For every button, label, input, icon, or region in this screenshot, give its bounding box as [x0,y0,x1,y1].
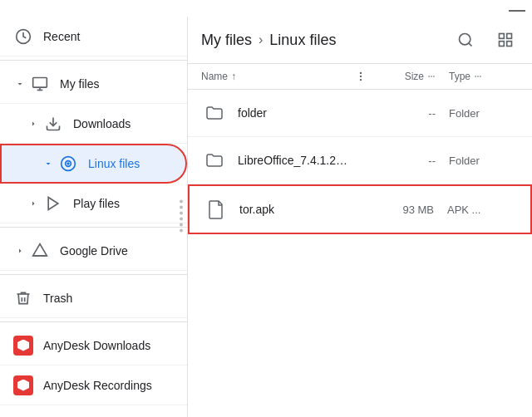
main-layout: Recent My files [0,17,532,417]
svg-point-20 [433,76,435,77]
anydesk-downloads-label: AnyDesk Downloads [43,339,150,352]
search-button[interactable] [452,27,479,53]
svg-rect-14 [507,42,512,47]
svg-rect-13 [500,42,505,47]
col-size-header[interactable]: Size [369,71,436,82]
svg-rect-11 [500,34,505,39]
apk-file-icon [203,196,229,223]
downloads-icon [43,114,63,134]
google-drive-label: Google Drive [60,244,128,258]
play-expand-icon[interactable] [27,197,40,210]
divider-4 [0,321,187,322]
linux-files-icon [58,154,78,174]
svg-marker-8 [48,197,58,209]
gdrive-expand-icon[interactable] [13,244,27,258]
folder-icon [201,147,228,174]
anydesk-recordings-label: AnyDesk Recordings [43,379,152,392]
svg-rect-12 [507,34,512,39]
sidebar: Recent My files [0,17,188,417]
sidebar-item-trash[interactable]: Trash [0,278,187,318]
sidebar-item-myfiles[interactable]: My files [0,64,187,104]
folder-icon [201,100,228,126]
myfiles-label: My files [60,77,99,91]
table-row[interactable]: tor.apk 93 MB APK ... [188,184,532,234]
sidebar-item-downloads[interactable]: Downloads [0,104,187,144]
breadcrumb-current[interactable]: Linux files [269,32,336,49]
col-size-label: Size [405,71,424,82]
view-toggle-button[interactable] [492,27,519,53]
file-size: -- [369,155,436,167]
col-type-label: Type [449,71,470,82]
file-name: LibreOffice_7.4.1.2_Linux_... [238,154,352,167]
content-area: My files › Linux files [188,17,532,417]
downloads-label: Downloads [73,117,131,130]
col-name-label: Name [201,71,228,82]
file-name: tor.apk [239,203,351,216]
top-bar [0,0,532,17]
file-type: APK ... [434,204,500,216]
col-type-header[interactable]: Type [436,71,502,82]
svg-point-22 [477,76,479,77]
myfiles-expand-icon[interactable] [13,77,27,91]
divider-3 [0,274,187,275]
myfiles-icon [30,74,50,94]
play-files-label: Play files [73,197,120,210]
recent-icon [13,27,33,47]
file-size: 93 MB [367,204,434,216]
svg-point-9 [460,34,470,45]
resize-handle[interactable] [180,200,183,233]
minimize-button[interactable] [509,10,525,12]
breadcrumb-root[interactable]: My files [201,32,252,49]
google-drive-icon [30,241,50,261]
divider-1 [0,60,187,61]
svg-point-19 [431,76,432,77]
svg-point-15 [360,72,362,74]
svg-point-23 [480,76,481,77]
sidebar-item-linux-files[interactable]: Linux files [0,144,187,184]
svg-point-7 [67,163,69,164]
trash-label: Trash [43,292,72,305]
svg-rect-1 [33,77,47,87]
linux-files-label: Linux files [88,157,140,170]
svg-line-10 [469,43,472,47]
file-list: folder -- Folder LibreOffice_7.4.1.2_Lin… [188,90,532,417]
file-name: folder [238,106,352,120]
content-header: My files › Linux files [188,17,532,64]
svg-point-16 [360,76,362,77]
downloads-expand-icon[interactable] [27,117,40,130]
file-type: Folder [436,107,502,120]
col-dots-1 [352,71,369,82]
sidebar-item-google-drive[interactable]: Google Drive [0,231,187,271]
sidebar-item-anydesk-downloads[interactable]: AnyDesk Downloads [0,326,187,365]
header-actions [452,27,519,53]
table-row[interactable]: folder -- Folder [188,90,532,137]
file-type: Folder [436,155,502,167]
play-files-icon [43,194,63,213]
col-name-header[interactable]: Name ↑ [201,71,352,82]
sidebar-item-anydesk-recordings[interactable]: AnyDesk Recordings [0,365,187,405]
breadcrumb-separator: › [259,32,263,47]
trash-icon [13,288,33,308]
table-row[interactable]: LibreOffice_7.4.1.2_Linux_... -- Folder [188,137,532,184]
divider-2 [0,227,187,228]
breadcrumb: My files › Linux files [201,32,336,49]
file-size: -- [369,107,436,120]
svg-point-18 [428,76,430,77]
sidebar-item-recent[interactable]: Recent [0,17,187,56]
anydesk-downloads-icon [13,336,33,356]
svg-point-21 [475,76,476,77]
linux-expand-icon[interactable] [42,157,55,170]
sort-arrow-icon: ↑ [231,71,236,82]
anydesk-recordings-icon [13,375,33,395]
svg-point-17 [360,79,362,81]
table-header: Name ↑ Size Type [188,64,532,90]
sidebar-item-play-files[interactable]: Play files [0,184,187,223]
recent-label: Recent [43,30,80,43]
